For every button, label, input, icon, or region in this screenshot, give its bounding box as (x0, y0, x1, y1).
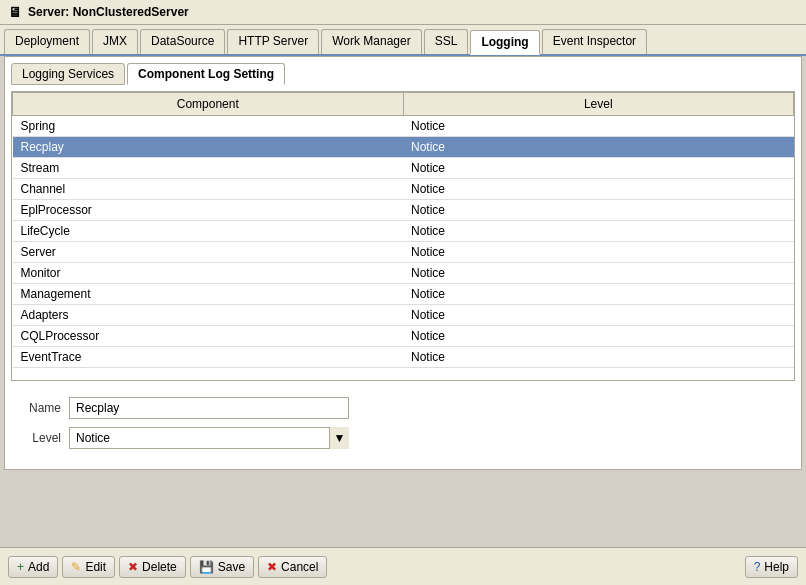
table-row[interactable]: EventTraceNotice (13, 347, 794, 368)
cell-component: EplProcessor (13, 200, 404, 221)
name-input[interactable] (69, 397, 349, 419)
subtab-component-log-setting[interactable]: Component Log Setting (127, 63, 285, 85)
level-row: Level NoticeDebugInfoWarningErrorFatal ▼ (11, 427, 795, 449)
cell-component: Stream (13, 158, 404, 179)
cell-component: Server (13, 242, 404, 263)
add-button[interactable]: + Add (8, 556, 58, 578)
cell-level: Notice (403, 347, 794, 368)
tab-ssl[interactable]: SSL (424, 29, 469, 54)
level-label: Level (11, 431, 61, 445)
cell-level: Notice (403, 137, 794, 158)
cell-level: Notice (403, 116, 794, 137)
cell-level: Notice (403, 242, 794, 263)
server-icon: 🖥 (8, 4, 22, 20)
level-select-wrapper: NoticeDebugInfoWarningErrorFatal ▼ (69, 427, 349, 449)
cell-component: LifeCycle (13, 221, 404, 242)
cell-level: Notice (403, 200, 794, 221)
help-icon: ? (754, 560, 761, 574)
cell-component: Monitor (13, 263, 404, 284)
table-row[interactable]: AdaptersNotice (13, 305, 794, 326)
table-row[interactable]: ServerNotice (13, 242, 794, 263)
help-label: Help (764, 560, 789, 574)
cell-component: CQLProcessor (13, 326, 404, 347)
title-bar: 🖥 Server: NonClusteredServer (0, 0, 806, 25)
add-icon: + (17, 560, 24, 574)
tab-logging[interactable]: Logging (470, 30, 539, 55)
cell-level: Notice (403, 305, 794, 326)
subtab-logging-services[interactable]: Logging Services (11, 63, 125, 85)
edit-icon: ✎ (71, 560, 81, 574)
table-row[interactable]: SpringNotice (13, 116, 794, 137)
table-row[interactable]: MonitorNotice (13, 263, 794, 284)
cell-component: Adapters (13, 305, 404, 326)
content-area: Logging Services Component Log Setting C… (4, 56, 802, 470)
form-section: Name Level NoticeDebugInfoWarningErrorFa… (11, 391, 795, 463)
cell-level: Notice (403, 179, 794, 200)
tab-eventinspector[interactable]: Event Inspector (542, 29, 647, 54)
delete-icon: ✖ (128, 560, 138, 574)
table-row[interactable]: ManagementNotice (13, 284, 794, 305)
save-label: Save (218, 560, 245, 574)
main-window: 🖥 Server: NonClusteredServer Deployment … (0, 0, 806, 585)
name-row: Name (11, 397, 795, 419)
main-tab-bar: Deployment JMX DataSource HTTP Server Wo… (0, 25, 806, 56)
save-icon: 💾 (199, 560, 214, 574)
table-row[interactable]: LifeCycleNotice (13, 221, 794, 242)
table-row[interactable]: CQLProcessorNotice (13, 326, 794, 347)
tab-deployment[interactable]: Deployment (4, 29, 90, 54)
table-row[interactable]: ChannelNotice (13, 179, 794, 200)
table-row[interactable]: StreamNotice (13, 158, 794, 179)
col-header-level: Level (403, 93, 794, 116)
cancel-label: Cancel (281, 560, 318, 574)
table-row[interactable]: RecplayNotice (13, 137, 794, 158)
cancel-button[interactable]: ✖ Cancel (258, 556, 327, 578)
component-log-table: Component Level SpringNoticeRecplayNotic… (11, 91, 795, 381)
tab-httpserver[interactable]: HTTP Server (227, 29, 319, 54)
add-label: Add (28, 560, 49, 574)
cell-component: Management (13, 284, 404, 305)
window-title: Server: NonClusteredServer (28, 5, 189, 19)
edit-button[interactable]: ✎ Edit (62, 556, 115, 578)
sub-tab-bar: Logging Services Component Log Setting (11, 63, 795, 85)
tab-datasource[interactable]: DataSource (140, 29, 225, 54)
table-row[interactable]: EplProcessorNotice (13, 200, 794, 221)
cell-component: Channel (13, 179, 404, 200)
level-select[interactable]: NoticeDebugInfoWarningErrorFatal (69, 427, 349, 449)
delete-label: Delete (142, 560, 177, 574)
cell-component: Spring (13, 116, 404, 137)
cell-component: Recplay (13, 137, 404, 158)
delete-button[interactable]: ✖ Delete (119, 556, 186, 578)
help-button[interactable]: ? Help (745, 556, 798, 578)
edit-label: Edit (85, 560, 106, 574)
tab-jmx[interactable]: JMX (92, 29, 138, 54)
cell-level: Notice (403, 326, 794, 347)
cell-level: Notice (403, 158, 794, 179)
cell-level: Notice (403, 284, 794, 305)
cell-level: Notice (403, 263, 794, 284)
col-header-component: Component (13, 93, 404, 116)
cell-level: Notice (403, 221, 794, 242)
save-button[interactable]: 💾 Save (190, 556, 254, 578)
name-label: Name (11, 401, 61, 415)
bottom-toolbar: + Add ✎ Edit ✖ Delete 💾 Save ✖ Cancel ? … (0, 547, 806, 585)
cell-component: EventTrace (13, 347, 404, 368)
cancel-icon: ✖ (267, 560, 277, 574)
tab-workmanager[interactable]: Work Manager (321, 29, 421, 54)
